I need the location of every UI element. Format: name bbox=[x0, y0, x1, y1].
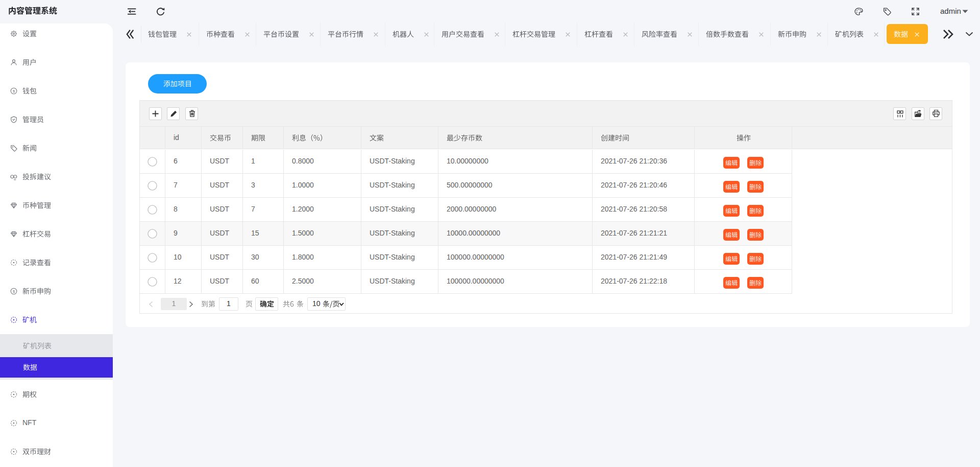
svg-text:$: $ bbox=[13, 289, 15, 294]
svg-text:$: $ bbox=[13, 89, 15, 94]
